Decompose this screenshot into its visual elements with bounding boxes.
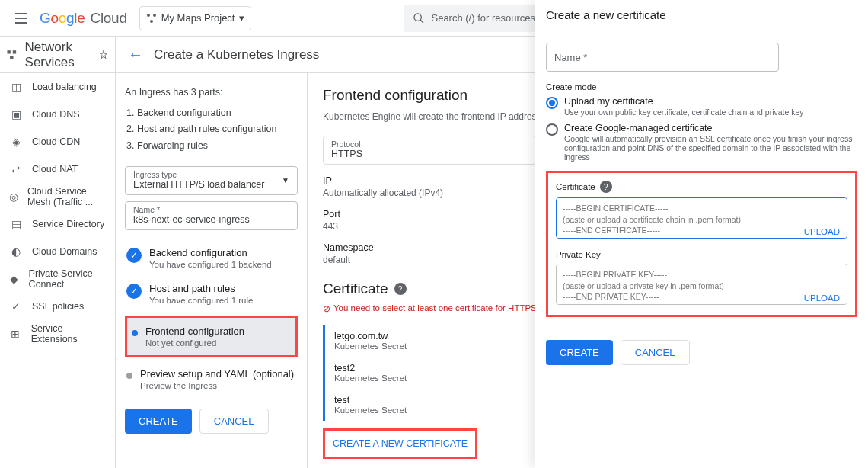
extensions-icon: ⊞ [9, 327, 22, 341]
network-services-icon [6, 47, 18, 63]
google-cloud-logo[interactable]: Google Cloud [40, 10, 127, 27]
create-button[interactable]: CREATE [125, 409, 192, 434]
help-icon[interactable]: ? [394, 283, 407, 295]
private-key-label: Private Key [556, 250, 847, 259]
step-host-path[interactable]: ✓ Host and path rulesYou have configured… [125, 280, 298, 308]
step-frontend[interactable]: Frontend configurationNot yet configured [125, 316, 298, 357]
intro-list: Backend configuration Host and path rule… [137, 105, 298, 154]
left-nav: ◫Load balancing ▣Cloud DNS ◈Cloud CDN ⇄C… [0, 73, 116, 468]
create-certificate-drawer: Create a new certificate Name * Create m… [535, 0, 868, 468]
svg-point-2 [150, 20, 153, 23]
step-preview[interactable]: Preview setup and YAML (optional)Preview… [125, 365, 298, 393]
radio-google-managed[interactable]: Create Google-managed certificateGoogle … [546, 123, 857, 162]
svg-point-3 [414, 14, 421, 21]
svg-point-1 [153, 14, 156, 17]
svg-rect-7 [10, 56, 13, 59]
svg-rect-6 [13, 50, 16, 53]
project-selector[interactable]: My Maps Project ▾ [139, 6, 252, 30]
drawer-create-button[interactable]: CREATE [546, 340, 613, 365]
radio-upload-cert[interactable]: Upload my certificateUse your own public… [546, 96, 857, 117]
check-icon: ✓ [126, 284, 142, 299]
nav-cloud-dns[interactable]: ▣Cloud DNS [0, 101, 115, 128]
search-icon [413, 12, 425, 24]
svg-rect-5 [7, 50, 10, 53]
nav-ssl-policies[interactable]: ✓SSL policies [0, 293, 115, 320]
upload-private-key-button[interactable]: UPLOAD [804, 293, 840, 303]
svg-point-0 [147, 14, 150, 17]
nat-icon: ⇄ [9, 162, 23, 176]
cdn-icon: ◈ [9, 135, 23, 149]
project-name: My Maps Project [161, 12, 235, 24]
nav-load-balancing[interactable]: ◫Load balancing [0, 73, 115, 101]
protocol-select[interactable]: Protocol HTTPS [323, 136, 536, 165]
certificate-upload-section: Certificate ? UPLOAD Private Key UPLOAD [546, 171, 857, 317]
ingress-type-select[interactable]: Ingress type External HTTP/S load balanc… [125, 166, 298, 195]
hamburger-menu[interactable] [6, 3, 37, 34]
nav-cloud-cdn[interactable]: ◈Cloud CDN [0, 128, 115, 155]
step-backend[interactable]: ✓ Backend configurationYou have configur… [125, 244, 298, 272]
nav-private-connect[interactable]: ◆Private Service Connect [0, 265, 115, 293]
project-icon [146, 13, 157, 24]
check-icon: ✓ [126, 248, 142, 263]
config-steps-panel: An Ingress has 3 parts: Backend configur… [116, 73, 308, 468]
cancel-button[interactable]: CANCEL [199, 409, 269, 434]
intro-text: An Ingress has 3 parts: [125, 87, 298, 98]
help-icon[interactable]: ? [600, 181, 612, 193]
chevron-down-icon: ▾ [239, 12, 244, 24]
warning-icon: ⊘ [323, 303, 330, 314]
back-arrow-icon[interactable]: ← [128, 46, 143, 63]
ssl-icon: ✓ [9, 300, 23, 313]
svg-line-4 [420, 20, 423, 23]
radio-icon [546, 123, 558, 136]
drawer-cancel-button[interactable]: CANCEL [621, 340, 690, 365]
nav-cloud-domains[interactable]: ◐Cloud Domains [0, 238, 115, 265]
load-balancing-icon: ◫ [9, 80, 23, 94]
directory-icon: ▤ [9, 217, 23, 231]
drawer-title: Create a new certificate [535, 0, 868, 30]
create-new-certificate-button[interactable]: CREATE A NEW CERTIFICATE [323, 428, 477, 459]
nav-service-mesh[interactable]: ◎Cloud Service Mesh (Traffic ... [0, 183, 115, 210]
nav-cloud-nat[interactable]: ⇄Cloud NAT [0, 155, 115, 183]
certificate-label: Certificate [556, 182, 595, 191]
psc-icon: ◆ [9, 272, 20, 286]
service-name: Network Services [25, 40, 98, 70]
upload-certificate-button[interactable]: UPLOAD [804, 227, 840, 236]
page-title: Create a Kubernetes Ingress [154, 47, 319, 63]
radio-icon [546, 97, 558, 109]
create-mode-label: Create mode [546, 82, 857, 91]
domains-icon: ◐ [9, 245, 23, 258]
pin-icon[interactable] [98, 50, 109, 60]
ingress-name-input[interactable]: Name * k8s-next-ec-service-ingress [125, 201, 298, 230]
dot-icon [126, 373, 132, 379]
chevron-down-icon: ▼ [282, 176, 289, 184]
nav-service-directory[interactable]: ▤Service Directory [0, 210, 115, 238]
dns-icon: ▣ [9, 107, 23, 121]
cert-name-input[interactable]: Name * [546, 43, 779, 72]
nav-service-extensions[interactable]: ⊞Service Extensions [0, 320, 115, 348]
certificate-heading: Certificate [323, 280, 388, 297]
mesh-icon: ◎ [9, 190, 18, 204]
dot-icon [132, 330, 138, 336]
